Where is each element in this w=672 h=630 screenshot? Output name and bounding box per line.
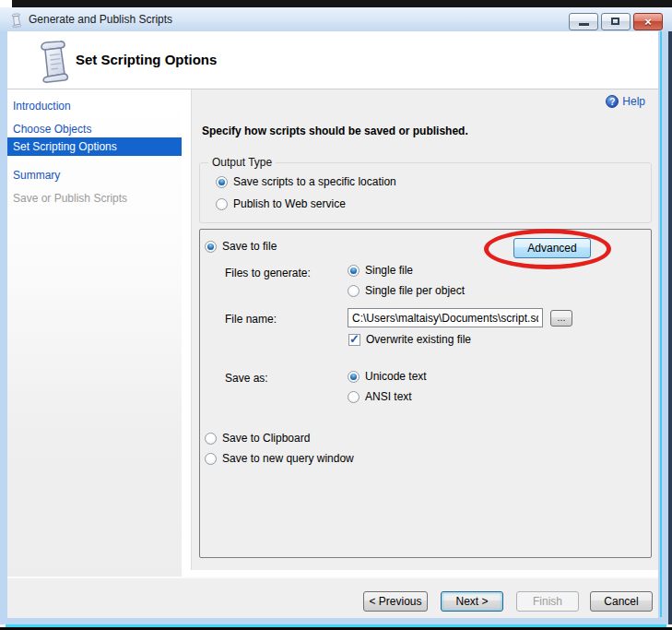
sidebar-item-summary[interactable]: Summary bbox=[7, 166, 182, 184]
radio-save-to-file[interactable]: Save to file bbox=[205, 240, 277, 253]
sidebar-item-save-or-publish: Save or Publish Scripts bbox=[7, 189, 182, 208]
desktop-background-strip-top bbox=[12, 0, 672, 7]
files-to-generate-label: Files to generate: bbox=[225, 267, 311, 279]
advanced-button[interactable]: Advanced bbox=[513, 238, 591, 258]
check-icon: ✓ bbox=[349, 332, 360, 346]
radio-unicode-text[interactable]: Unicode text bbox=[348, 370, 427, 383]
maximize-button[interactable] bbox=[601, 13, 631, 30]
close-button[interactable]: × bbox=[633, 13, 663, 30]
window-title: Generate and Publish Scripts bbox=[29, 13, 172, 26]
radio-single-file-per-object[interactable]: Single file per object bbox=[348, 284, 465, 297]
window-border-right bbox=[668, 7, 672, 624]
sidebar-item-introduction[interactable]: Introduction bbox=[7, 97, 182, 115]
minimize-icon bbox=[579, 23, 589, 26]
browse-button[interactable]: ... bbox=[550, 310, 572, 327]
scroll-icon-large bbox=[33, 36, 74, 84]
radio-dot-icon bbox=[216, 198, 228, 210]
close-icon: × bbox=[634, 14, 662, 30]
scroll-icon bbox=[9, 12, 23, 28]
wizard-body: Introduction Choose Objects Set Scriptin… bbox=[7, 89, 658, 577]
radio-dot-icon bbox=[205, 453, 217, 465]
file-name-input[interactable] bbox=[348, 308, 543, 327]
help-label: Help bbox=[622, 95, 645, 108]
screenshot-root: Generate and Publish Scripts × bbox=[0, 0, 672, 630]
wizard-header: Set Scripting Options bbox=[7, 31, 658, 89]
help-link[interactable]: ? Help bbox=[606, 95, 645, 108]
window-border-accent bbox=[660, 26, 662, 617]
sidebar-item-choose-objects[interactable]: Choose Objects bbox=[7, 120, 182, 138]
radio-dot-icon bbox=[348, 285, 360, 297]
output-type-groupbox: Output Type Save scripts to a specific l… bbox=[199, 162, 652, 223]
radio-dot-icon bbox=[205, 241, 217, 253]
help-icon: ? bbox=[606, 95, 619, 108]
checkbox-overwrite-existing-file[interactable]: ✓ Overwrite existing file bbox=[348, 333, 471, 346]
save-options-groupbox: Save to file Advanced Files to generate:… bbox=[199, 229, 652, 558]
checkbox-icon: ✓ bbox=[348, 334, 360, 346]
next-button[interactable]: Next > bbox=[441, 591, 503, 612]
finish-button: Finish bbox=[516, 591, 579, 612]
file-name-label: File name: bbox=[225, 313, 277, 326]
title-bar[interactable]: Generate and Publish Scripts × bbox=[0, 7, 672, 31]
page-title: Set Scripting Options bbox=[76, 31, 217, 89]
instruction-text: Specify how scripts should be saved or p… bbox=[202, 125, 468, 137]
previous-button[interactable]: < Previous bbox=[363, 591, 428, 612]
radio-dot-icon bbox=[348, 371, 360, 383]
output-type-legend: Output Type bbox=[208, 156, 276, 169]
radio-save-to-new-query-window[interactable]: Save to new query window bbox=[205, 452, 354, 465]
radio-dot-icon bbox=[216, 176, 228, 188]
sidebar-item-set-scripting-options[interactable]: Set Scripting Options bbox=[7, 137, 182, 156]
radio-publish-web-service[interactable]: Publish to Web service bbox=[216, 197, 346, 210]
radio-dot-icon bbox=[205, 433, 217, 445]
wizard-nav-sidebar: Introduction Choose Objects Set Scriptin… bbox=[7, 89, 182, 577]
wizard-content-panel: ? Help Specify how scripts should be sav… bbox=[191, 89, 658, 570]
minimize-button[interactable] bbox=[569, 13, 598, 30]
radio-dot-icon bbox=[348, 265, 360, 277]
radio-save-scripts-location[interactable]: Save scripts to a specific location bbox=[216, 175, 396, 188]
radio-single-file[interactable]: Single file bbox=[348, 264, 413, 277]
radio-ansi-text[interactable]: ANSI text bbox=[348, 390, 412, 403]
maximize-icon bbox=[611, 18, 619, 25]
save-as-label: Save as: bbox=[225, 372, 268, 385]
cancel-button[interactable]: Cancel bbox=[590, 591, 653, 612]
wizard-footer: < Previous Next > Finish Cancel bbox=[7, 577, 658, 618]
radio-save-to-clipboard[interactable]: Save to Clipboard bbox=[205, 432, 310, 445]
radio-dot-icon bbox=[348, 391, 360, 403]
wizard-window: Generate and Publish Scripts × bbox=[0, 7, 672, 624]
